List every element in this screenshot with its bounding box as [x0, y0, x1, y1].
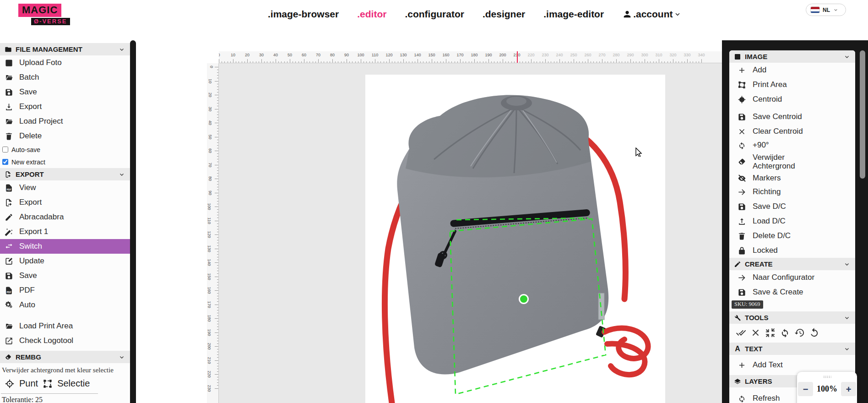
- eye-off-icon: [738, 174, 746, 183]
- photo-icon: [5, 59, 13, 67]
- menu-upload-foto[interactable]: Upload Foto: [0, 55, 130, 70]
- menu-check-logotool[interactable]: Check Logotool: [0, 333, 130, 348]
- right-scrollbar[interactable]: [860, 50, 865, 179]
- save-icon: [738, 202, 746, 211]
- language-code: NL: [823, 7, 830, 13]
- product-image[interactable]: [365, 75, 665, 403]
- menu-add[interactable]: Add: [729, 63, 855, 77]
- edit-square-icon: [5, 257, 13, 266]
- section-export[interactable]: EXPORT: [0, 168, 130, 180]
- crosshair-icon: [5, 379, 15, 389]
- menu-load-project[interactable]: Load Project: [0, 114, 130, 129]
- selectie-button[interactable]: Selectie: [43, 378, 90, 389]
- nav-configurator[interactable]: .configurator: [405, 9, 464, 20]
- menu-save-centroid[interactable]: Save Centroid: [729, 109, 855, 124]
- section-title: REMBG: [16, 353, 41, 361]
- menu-clear-centroid[interactable]: Clear Centroid: [729, 124, 855, 139]
- nav-image-editor[interactable]: .image-editor: [543, 9, 604, 20]
- save-icon: [738, 288, 746, 297]
- nav-designer[interactable]: .designer: [483, 9, 525, 20]
- main-nav: .image-browser .editor .configurator .de…: [268, 0, 682, 28]
- menu-save-and-create[interactable]: Save & Create: [729, 285, 855, 300]
- menu-print-area[interactable]: Print Area: [729, 77, 855, 92]
- language-selector[interactable]: NL: [806, 4, 846, 16]
- menu-save-dc[interactable]: Save D/C: [729, 199, 855, 214]
- folder-open-icon: [5, 73, 13, 82]
- menu-export-1[interactable]: Export 1: [0, 224, 130, 239]
- punt-button[interactable]: Punt: [5, 378, 38, 389]
- section-image[interactable]: IMAGE: [729, 50, 855, 63]
- drag-handle[interactable]: [823, 376, 831, 378]
- menu-pdf[interactable]: PDF PDF: [0, 283, 130, 298]
- section-text[interactable]: A TEXT: [729, 343, 855, 355]
- new-extract-checkbox[interactable]: [2, 159, 8, 165]
- menu-save[interactable]: Save: [0, 85, 130, 99]
- menu-verwijder-achtergrond[interactable]: Verwijder Achtergrond: [729, 152, 855, 172]
- logo[interactable]: MAGIC Ø-VERSE: [18, 4, 73, 25]
- app: MAGIC Ø-VERSE .image-browser .editor .co…: [0, 0, 868, 403]
- account-label: .account: [633, 9, 673, 20]
- upload-icon: [738, 217, 746, 226]
- done-all-icon[interactable]: [736, 327, 746, 338]
- svg-text:PDF: PDF: [6, 188, 11, 191]
- new-extract-toggle[interactable]: New extract: [0, 156, 130, 168]
- zoom-out-button[interactable]: −: [798, 382, 813, 396]
- magic-wand-icon: [5, 228, 13, 236]
- menu-load-print-area[interactable]: Load Print Area: [0, 319, 130, 333]
- history-icon[interactable]: [794, 327, 805, 338]
- rembg-buttons: Punt Selectie: [0, 375, 130, 392]
- section-rembg[interactable]: REMBG: [0, 351, 130, 363]
- section-title: CREATE: [745, 260, 773, 268]
- layers-icon: [734, 378, 741, 385]
- section-title: LAYERS: [745, 377, 772, 385]
- menu-update[interactable]: Update: [0, 254, 130, 268]
- menu-batch[interactable]: Batch: [0, 70, 130, 85]
- account-menu[interactable]: .account: [622, 9, 682, 20]
- menu-naar-configurator[interactable]: Naar Configurator: [729, 270, 855, 285]
- nav-image-browser[interactable]: .image-browser: [268, 9, 339, 20]
- menu-switch[interactable]: Switch: [0, 239, 130, 254]
- mouse-cursor: [635, 147, 644, 157]
- menu-view[interactable]: PDF View: [0, 180, 130, 195]
- menu-locked[interactable]: Locked: [729, 243, 855, 258]
- close-icon[interactable]: [750, 327, 761, 338]
- section-file-management[interactable]: FILE MANAGEMENT: [0, 43, 130, 55]
- sync-icon[interactable]: [780, 327, 790, 338]
- horizontal-ruler: 0102030405060708090100110120130140150160…: [219, 51, 722, 63]
- menu-delete-dc[interactable]: Delete D/C: [729, 229, 855, 243]
- menu-centroid[interactable]: Centroid: [729, 92, 855, 107]
- pen-icon: [734, 261, 741, 268]
- canvas-viewport[interactable]: [219, 63, 722, 403]
- tools-icon-row: [729, 324, 855, 343]
- zoom-level: 100%: [817, 384, 837, 394]
- chevron-down-icon: [843, 53, 851, 60]
- left-scrollbar[interactable]: [130, 40, 136, 403]
- menu-abracadabra[interactable]: Abracadabra: [0, 210, 130, 224]
- section-create[interactable]: CREATE: [729, 258, 855, 270]
- section-tools[interactable]: TOOLS: [729, 311, 855, 324]
- menu-rotate-90[interactable]: +90°: [729, 139, 855, 152]
- print-area-icon: [738, 81, 746, 89]
- menu-save-2[interactable]: Save: [0, 268, 130, 283]
- menu-export-download[interactable]: Export: [0, 99, 130, 114]
- chevron-down-icon: [843, 261, 851, 268]
- menu-add-text[interactable]: Add Text: [729, 358, 855, 372]
- menu-markers[interactable]: Markers: [729, 172, 855, 185]
- sku-badge: SKU: 9069: [732, 300, 763, 309]
- nav-editor[interactable]: .editor: [357, 9, 386, 20]
- auto-save-toggle[interactable]: Auto-save: [0, 143, 130, 156]
- compress-icon[interactable]: [765, 327, 776, 338]
- folder-icon: [5, 46, 12, 53]
- undo-icon[interactable]: [809, 327, 819, 338]
- menu-delete[interactable]: Delete: [0, 129, 130, 143]
- section-title: TOOLS: [745, 314, 768, 321]
- right-sidebar-card: IMAGE Add Print Area Centroid Save Centr…: [729, 50, 855, 403]
- menu-export-file[interactable]: Export: [0, 195, 130, 210]
- arrow-right-icon: [738, 273, 746, 282]
- open-in-new-icon: [5, 337, 13, 345]
- menu-auto[interactable]: Auto: [0, 298, 130, 312]
- menu-richting[interactable]: Richting: [729, 185, 855, 199]
- zoom-in-button[interactable]: +: [841, 382, 856, 396]
- menu-load-dc[interactable]: Load D/C: [729, 214, 855, 229]
- auto-save-checkbox[interactable]: [2, 147, 8, 152]
